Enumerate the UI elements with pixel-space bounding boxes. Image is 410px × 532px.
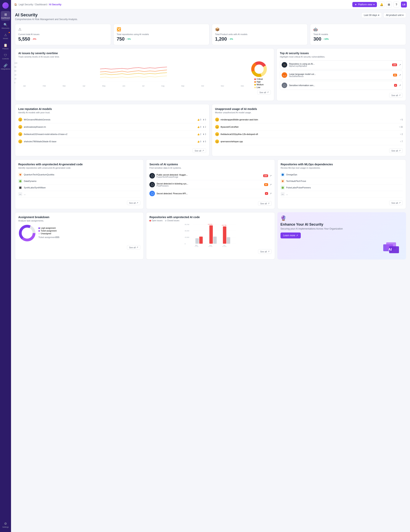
- severity-see-all-button[interactable]: See all ↗: [257, 90, 271, 95]
- stat-label: Current total AI issues: [18, 33, 108, 36]
- svg-rect-21: [199, 237, 203, 244]
- stat-label: Total AI models: [313, 33, 403, 36]
- models-row: Low reputation AI models Identify AI mod…: [15, 104, 406, 156]
- bottom-row: Assignment breakdown Analyze task assign…: [15, 212, 406, 259]
- page-header: AI Security Comprehensive AI Risk Manage…: [15, 12, 406, 21]
- topbar: 🏠 Legit Security / Dashboard / AI Securi…: [11, 0, 410, 9]
- unapproved-icon: 😀: [215, 118, 219, 122]
- sidebar-item-label: Issues: [3, 38, 8, 39]
- issue-item: 🦊 Large language model vul... NeuralNetN…: [280, 71, 403, 80]
- arrow-icon: ↗: [296, 234, 298, 237]
- discovery-icon: 🔍: [4, 23, 8, 27]
- enhance-subtitle: Securing your AI implementations Across …: [281, 227, 403, 230]
- unit-filter-button[interactable]: All product unit ▾: [383, 12, 406, 18]
- issue-arrow[interactable]: ↗: [399, 84, 401, 87]
- mlops-item: 🟢 PulseLabs/PulsePioneers: [281, 184, 403, 191]
- unapproved-item: 😀 qnernanov/whisper.cpp ⑂ 7: [215, 138, 403, 145]
- secrets-subtitle: Find sensitive data in AI systems.: [149, 167, 272, 169]
- unapproved-see-all-button[interactable]: See all ↗: [389, 148, 403, 153]
- stat-value: 1,200 ↑ 3%: [215, 36, 304, 42]
- x-axis-labels: JanFebMarAprMayJunJulAugSepOctNovDec: [23, 85, 244, 87]
- chevron-down-icon: ▾: [378, 14, 379, 17]
- svg-text:AI: AI: [388, 247, 392, 251]
- user-avatar[interactable]: LB: [401, 1, 407, 8]
- svg-rect-25: [227, 237, 230, 244]
- chart-area: 100806040200: [18, 60, 271, 88]
- breadcrumb-app: Legit Security: [19, 3, 33, 6]
- donut-chart: Critical High Medium Low: [247, 60, 271, 88]
- top-issues-subtitle: Highlight most critical AI security vuln…: [280, 56, 403, 58]
- top-issues-title: Top AI security issues: [280, 52, 403, 55]
- stat-card-models: 🤖 Total AI models 300 ↑ 10%: [310, 24, 406, 45]
- svg-text:+23,735 ↑: +23,735 ↑: [222, 225, 227, 226]
- stat-change: ↓ 8%: [32, 38, 36, 40]
- issue-arrow[interactable]: ↗: [399, 63, 401, 66]
- stat-value: 300 ↑ 10%: [313, 36, 403, 42]
- model-icon: 😀: [18, 140, 22, 143]
- assignment-chart: Legit assignment Ticket assignment Unass…: [18, 224, 140, 242]
- chevron-down-icon: ▾: [374, 3, 374, 6]
- low-rep-see-all-button[interactable]: See all ↗: [192, 148, 206, 153]
- model-item: 😀 andreaskoepf/oasst-rm 👍 0 ⬇ 2: [18, 123, 206, 131]
- svg-rect-22: [210, 225, 213, 244]
- mlops-subtitle: Review MLOps tool usage in repositories.: [281, 167, 403, 169]
- mlops-title: Repositories with MLOps dependencies: [281, 163, 403, 166]
- severity-chart-title: AI issues by severity overtime: [18, 52, 271, 55]
- unapproved-icon: 😀: [215, 125, 219, 129]
- secret-arrow[interactable]: ↗: [270, 183, 272, 186]
- severity-chart-card: AI issues by severity overtime Track sev…: [15, 48, 274, 101]
- low-rep-subtitle: Identify AI models with poor trust.: [18, 111, 206, 114]
- fork-count: ⑂ 5: [400, 119, 403, 121]
- unprotected-repos-see-all-button[interactable]: See all ↗: [127, 200, 141, 205]
- mlops-item: — ...: [281, 191, 403, 198]
- secret-arrow[interactable]: ↗: [270, 174, 272, 177]
- repo-icon: 🟢: [18, 179, 22, 183]
- learn-more-button[interactable]: Learn more ↗: [281, 232, 301, 238]
- sidebar-item-discovery[interactable]: 🔍 Discovery: [1, 21, 10, 31]
- secrets-card: Secrets of AI systems Find sensitive dat…: [146, 159, 275, 209]
- repo-icon: 🦊: [18, 173, 22, 177]
- sidebar-item-controls[interactable]: 🛡 Controls: [1, 52, 10, 61]
- arrow-icon: ↗: [399, 94, 401, 96]
- mlops-icon: 🦊: [281, 179, 285, 183]
- app-logo[interactable]: [2, 2, 9, 9]
- issues-stat-icon: ⚠: [18, 27, 108, 31]
- sidebar-item-settings[interactable]: ⚙ Settings: [1, 520, 10, 530]
- stat-change: ↑ 5%: [126, 38, 131, 40]
- line-chart-svg: [23, 62, 244, 84]
- models-stat-icon: 🤖: [313, 27, 403, 31]
- secrets-see-all-button[interactable]: See all ↗: [258, 201, 272, 206]
- mlops-see-all-button[interactable]: See all ↗: [389, 200, 403, 205]
- mlops-icon: 🟢: [281, 186, 285, 190]
- home-icon: 🏠: [14, 3, 17, 6]
- star-icon: ★: [355, 3, 357, 6]
- top-issues-see-all-button[interactable]: See all ↗: [389, 93, 403, 97]
- sidebar-item-issues[interactable]: ⚠ Issues: [1, 31, 10, 41]
- stat-change: ↑ 3%: [228, 38, 233, 40]
- platform-view-button[interactable]: ★ Platform view ▾: [352, 2, 377, 7]
- assignment-legend: Legit assignment Ticket assignment Unass…: [38, 227, 59, 239]
- sidebar-item-policies[interactable]: 📋 Policies: [1, 42, 10, 51]
- secret-icon: ◯: [149, 173, 155, 179]
- svg-text:0: 0: [185, 243, 186, 245]
- sidebar-item-dashboard[interactable]: ⊞ Dashboard: [1, 11, 10, 20]
- issue-icon: ⬛: [282, 62, 287, 67]
- unapproved-icon: 😀: [215, 132, 219, 136]
- notification-dot: [9, 32, 10, 33]
- unapproved-title: Unapproved usage of AI models: [215, 107, 403, 111]
- time-filter-button[interactable]: Last 30 days ▾: [361, 12, 382, 18]
- page-subtitle: Comprehensive AI Risk Management and Sec…: [15, 18, 78, 21]
- svg-rect-23: [213, 237, 217, 244]
- assignment-see-all-button[interactable]: See all ↗: [127, 245, 141, 250]
- secret-item: ◯ Secret detected in ticketing sys... Pi…: [149, 180, 272, 189]
- issues-icon: ⚠: [4, 33, 7, 37]
- secret-arrow[interactable]: ↗: [270, 192, 272, 195]
- issue-arrow[interactable]: ↗: [399, 74, 401, 76]
- unprotected-code-see-all-button[interactable]: See all ↗: [258, 249, 272, 254]
- sidebar-item-integrations[interactable]: 🔗 Integrations: [1, 62, 10, 72]
- enhance-card: 🔮 Enhance Your AI Security Securing your…: [277, 212, 406, 259]
- help-button[interactable]: ?: [393, 1, 399, 8]
- layout-button[interactable]: ⊞: [386, 1, 392, 8]
- fork-count: ⑂ 15: [399, 126, 403, 128]
- notifications-button[interactable]: 🔔: [379, 1, 384, 8]
